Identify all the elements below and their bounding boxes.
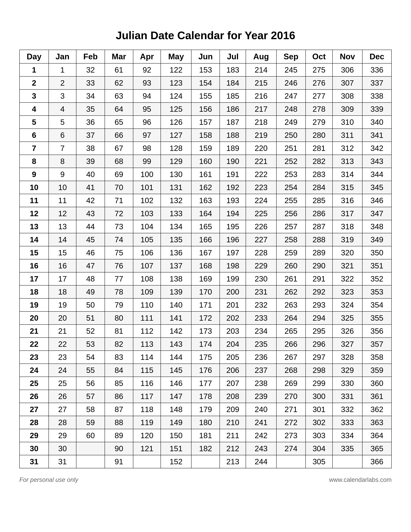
cell-sep: 266 — [276, 338, 306, 351]
cell-jun: 157 — [191, 116, 220, 129]
header-cell-mar: Mar — [105, 50, 133, 63]
cell-oct: 298 — [306, 364, 333, 377]
cell-sep: 258 — [276, 233, 306, 246]
table-row: 25255685116146177207238269299330360 — [19, 377, 392, 390]
cell-feb: 59 — [76, 416, 105, 429]
cell-jan: 13 — [49, 220, 76, 233]
cell-nov: 309 — [333, 103, 362, 116]
footer-left-text: For personal use only — [19, 476, 78, 483]
cell-jun: 173 — [191, 324, 220, 338]
cell-feb: 37 — [76, 129, 105, 142]
cell-may: 145 — [161, 364, 191, 377]
table-row: 14144574105135166196227258288319349 — [19, 233, 392, 246]
cell-jan: 24 — [49, 364, 76, 377]
cell-sep: 246 — [276, 76, 306, 89]
page-title: Julian Date Calendar for Year 2016 — [116, 29, 295, 42]
cell-nov: 329 — [333, 364, 362, 377]
cell-apr: 109 — [133, 285, 161, 298]
cell-dec: 343 — [362, 155, 392, 168]
header-cell-aug: Aug — [246, 50, 276, 63]
cell-oct: 288 — [306, 233, 333, 246]
cell-apr: 107 — [133, 259, 161, 272]
cell-apr: 97 — [133, 129, 161, 142]
cell-jul: 199 — [220, 272, 246, 285]
cell-day: 17 — [19, 272, 49, 285]
cell-jul: 190 — [220, 155, 246, 168]
cell-sep: 259 — [276, 246, 306, 259]
table-row: 17174877108138169199230261291322352 — [19, 272, 392, 285]
cell-feb: 55 — [76, 364, 105, 377]
cell-mar: 87 — [105, 403, 133, 416]
cell-mar: 77 — [105, 272, 133, 285]
cell-jun: 158 — [191, 129, 220, 142]
cell-sep: 254 — [276, 181, 306, 194]
cell-feb: 40 — [76, 168, 105, 181]
cell-jun: 182 — [191, 442, 220, 455]
cell-feb: 39 — [76, 155, 105, 168]
cell-day: 26 — [19, 390, 49, 403]
cell-nov: 335 — [333, 442, 362, 455]
table-row: 11326192122153183214245275306336 — [19, 63, 392, 76]
cell-may: 126 — [161, 116, 191, 129]
cell-jan: 27 — [49, 403, 76, 416]
cell-aug: 216 — [246, 89, 276, 103]
cell-oct: 285 — [306, 194, 333, 207]
cell-jul: 184 — [220, 76, 246, 89]
cell-apr: 94 — [133, 89, 161, 103]
cell-sep: 272 — [276, 416, 306, 429]
cell-aug: 232 — [246, 298, 276, 312]
table-row: 29296089120150181211242273303334364 — [19, 429, 392, 442]
cell-mar: 72 — [105, 207, 133, 220]
cell-oct: 280 — [306, 129, 333, 142]
cell-oct: 301 — [306, 403, 333, 416]
cell-jul: 210 — [220, 416, 246, 429]
cell-nov: 307 — [333, 76, 362, 89]
cell-day: 11 — [19, 194, 49, 207]
cell-jan: 18 — [49, 285, 76, 298]
cell-jan: 11 — [49, 194, 76, 207]
cell-mar: 85 — [105, 377, 133, 390]
cell-may: 143 — [161, 338, 191, 351]
cell-day: 4 — [19, 103, 49, 116]
cell-jul: 198 — [220, 259, 246, 272]
table-row: 22225382113143174204235266296327357 — [19, 338, 392, 351]
cell-apr: 116 — [133, 377, 161, 390]
cell-dec: 352 — [362, 272, 392, 285]
cell-sep: 245 — [276, 63, 306, 76]
cell-may: 147 — [161, 390, 191, 403]
cell-oct: 286 — [306, 207, 333, 220]
cell-may: 150 — [161, 429, 191, 442]
cell-dec: 353 — [362, 285, 392, 298]
cell-apr: 111 — [133, 312, 161, 324]
cell-apr: 120 — [133, 429, 161, 442]
cell-dec: 359 — [362, 364, 392, 377]
cell-dec: 341 — [362, 129, 392, 142]
cell-mar: 88 — [105, 416, 133, 429]
header-row: DayJanFebMarAprMayJunJulAugSepOctNovDec — [19, 50, 392, 63]
cell-aug: 229 — [246, 259, 276, 272]
cell-sep: 250 — [276, 129, 306, 142]
cell-day: 31 — [19, 455, 49, 468]
cell-feb: 38 — [76, 142, 105, 155]
cell-oct: 290 — [306, 259, 333, 272]
cell-jan: 6 — [49, 129, 76, 142]
cell-day: 14 — [19, 233, 49, 246]
table-row: 27275887118148179209240271301332362 — [19, 403, 392, 416]
cell-aug: 217 — [246, 103, 276, 116]
cell-oct: 282 — [306, 155, 333, 168]
cell-jul: 212 — [220, 442, 246, 455]
cell-jul: 213 — [220, 455, 246, 468]
cell-oct: 295 — [306, 324, 333, 338]
cell-jun: 168 — [191, 259, 220, 272]
cell-mar: 68 — [105, 155, 133, 168]
cell-aug: 227 — [246, 233, 276, 246]
cell-day: 12 — [19, 207, 49, 220]
cell-jun: 172 — [191, 312, 220, 324]
cell-jun: 166 — [191, 233, 220, 246]
cell-aug: 237 — [246, 364, 276, 377]
cell-jun: 178 — [191, 390, 220, 403]
table-row: 22336293123154184215246276307337 — [19, 76, 392, 89]
cell-feb: 35 — [76, 103, 105, 116]
cell-aug: 244 — [246, 455, 276, 468]
julian-calendar-table: DayJanFebMarAprMayJunJulAugSepOctNovDec … — [19, 50, 392, 468]
